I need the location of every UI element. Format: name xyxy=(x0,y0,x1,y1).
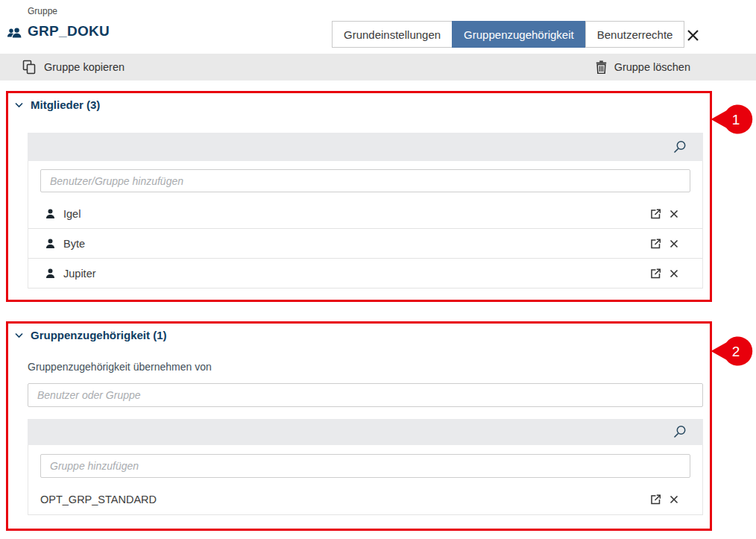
tab-grundeinstellungen[interactable]: Grundeinstellungen xyxy=(332,21,453,48)
members-panel: Igel xyxy=(28,161,703,289)
open-member-button[interactable] xyxy=(649,208,661,220)
inherit-from-input-wrap xyxy=(28,383,703,407)
entity-type-label: Gruppe xyxy=(28,6,57,16)
trash-icon xyxy=(596,60,607,74)
search-icon xyxy=(672,140,687,154)
row-actions xyxy=(649,268,678,280)
tab-benutzerrechte[interactable]: Benutzerrechte xyxy=(585,21,685,48)
tab-bar: Grundeinstellungen Gruppenzugehörigkeit … xyxy=(332,21,684,48)
delete-group-button[interactable]: Gruppe löschen xyxy=(596,60,690,74)
member-row: Byte xyxy=(28,229,702,259)
open-in-new-icon xyxy=(649,494,661,505)
remove-group-button[interactable] xyxy=(670,495,678,504)
member-name: Igel xyxy=(63,208,649,220)
remove-member-button[interactable] xyxy=(670,209,678,218)
open-in-new-icon xyxy=(649,208,661,220)
search-icon xyxy=(672,425,687,439)
chevron-down-icon xyxy=(15,102,23,108)
open-in-new-icon xyxy=(649,268,661,280)
members-search-bar xyxy=(28,133,703,161)
remove-icon xyxy=(670,269,678,278)
membership-section-title: Gruppenzugehörigkeit (1) xyxy=(31,329,167,341)
inherit-from-input[interactable] xyxy=(28,383,703,407)
remove-member-button[interactable] xyxy=(670,269,678,278)
annotation-badge-2: 2 xyxy=(711,336,754,369)
remove-icon xyxy=(670,239,678,248)
badge-number: 1 xyxy=(732,112,740,127)
person-icon xyxy=(45,268,55,279)
members-search-button[interactable] xyxy=(672,140,687,154)
close-icon xyxy=(687,29,699,42)
annotation-badge-1: 1 xyxy=(711,104,754,137)
open-group-button[interactable] xyxy=(649,494,661,505)
remove-member-button[interactable] xyxy=(670,239,678,248)
group-add-input-wrap xyxy=(28,445,702,485)
copy-group-button[interactable]: Gruppe kopieren xyxy=(22,60,125,75)
copy-icon xyxy=(22,60,37,75)
groups-panel: OPT_GRP_STANDARD xyxy=(28,445,703,515)
group-row: OPT_GRP_STANDARD xyxy=(28,485,702,515)
member-name: Jupiter xyxy=(63,268,649,280)
remove-icon xyxy=(670,495,678,504)
members-section-title: Mitglieder (3) xyxy=(31,98,100,111)
open-member-button[interactable] xyxy=(649,268,661,280)
chevron-down-icon xyxy=(15,332,23,338)
person-icon xyxy=(45,239,55,249)
groups-search-bar xyxy=(28,419,703,445)
inherit-from-label: Gruppenzugehörigkeit übernehmen von xyxy=(28,361,212,373)
member-add-input-wrap xyxy=(28,161,702,199)
open-in-new-icon xyxy=(649,238,661,250)
group-add-input[interactable] xyxy=(40,454,690,478)
row-actions xyxy=(649,494,678,505)
row-actions xyxy=(649,238,678,250)
copy-group-label: Gruppe kopieren xyxy=(44,61,125,73)
groups-search-button[interactable] xyxy=(672,425,687,439)
badge-number: 2 xyxy=(732,344,740,359)
group-detail-page: Gruppe GRP_DOKU Grundeinstellungen Grupp… xyxy=(0,0,756,539)
member-row: Jupiter xyxy=(28,259,702,289)
group-icon xyxy=(7,27,22,42)
tab-gruppenzugehoerigkeit[interactable]: Gruppenzugehörigkeit xyxy=(452,21,586,48)
person-icon xyxy=(45,209,55,219)
membership-section-header[interactable]: Gruppenzugehörigkeit (1) xyxy=(15,329,167,341)
row-actions xyxy=(649,208,678,220)
group-name: OPT_GRP_STANDARD xyxy=(40,494,649,505)
toolbar: Gruppe kopieren Gruppe löschen xyxy=(0,54,756,81)
close-button[interactable] xyxy=(682,25,703,45)
remove-icon xyxy=(670,209,678,218)
group-list: OPT_GRP_STANDARD xyxy=(28,485,702,515)
member-name: Byte xyxy=(63,238,649,250)
page-title: GRP_DOKU xyxy=(28,23,110,40)
open-member-button[interactable] xyxy=(649,238,661,250)
member-row: Igel xyxy=(28,199,702,229)
member-list: Igel xyxy=(28,199,702,289)
members-section-header[interactable]: Mitglieder (3) xyxy=(15,98,100,111)
delete-group-label: Gruppe löschen xyxy=(614,61,690,73)
member-add-input[interactable] xyxy=(40,169,690,192)
